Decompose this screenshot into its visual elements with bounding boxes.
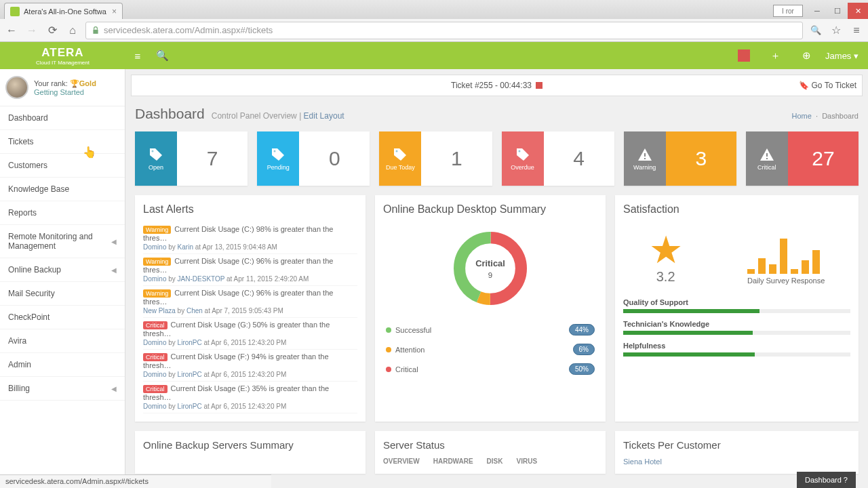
sidebar-item-dashboard[interactable]: Dashboard: [0, 106, 125, 130]
sidebar-item-tickets[interactable]: Tickets: [0, 130, 125, 154]
sidebar-item-mail-security[interactable]: Mail Security: [0, 282, 125, 306]
svg-point-3: [396, 150, 398, 152]
sidebar-item-customers[interactable]: Customers: [0, 154, 125, 178]
severity-badge: Critical: [143, 385, 167, 393]
stat-tile-warning[interactable]: Warning3: [624, 131, 736, 186]
breadcrumb-home[interactable]: Home: [792, 112, 812, 120]
chevron-left-icon: ◀: [111, 266, 117, 274]
user-menu[interactable]: James ▾: [825, 51, 859, 61]
sidebar-item-remote-monitoring-and-management[interactable]: Remote Monitoring and Management◀: [0, 225, 125, 258]
star-icon: ★: [649, 231, 683, 269]
alerts-title: Last Alerts: [143, 203, 357, 216]
breadcrumb: Home · Dashboard: [792, 112, 859, 120]
svg-text:Critical: Critical: [475, 258, 505, 268]
sidebar-item-admin[interactable]: Admin: [0, 353, 125, 377]
browser-tab[interactable]: Atera's All-in-One Softwa ×: [4, 3, 123, 19]
tile-value: 3: [666, 131, 736, 186]
server-tab-virus[interactable]: VIRUS: [517, 458, 538, 465]
percent-pill: 6%: [573, 344, 595, 355]
tile-value: 7: [177, 131, 248, 186]
customer-row[interactable]: Siena Hotel: [623, 458, 850, 466]
sidebar-item-avira[interactable]: Avira: [0, 329, 125, 353]
browser-menu-icon[interactable]: ≡: [849, 23, 864, 38]
sidebar-item-reports[interactable]: Reports: [0, 201, 125, 225]
server-status-panel: Server Status OVERVIEWHARDWAREDISKVIRUS: [375, 431, 606, 474]
sidebar-item-checkpoint[interactable]: CheckPoint: [0, 306, 125, 329]
search-small-icon[interactable]: 🔍: [808, 23, 823, 38]
metric-bar: [623, 331, 850, 335]
tag-icon: Due Today: [379, 131, 421, 186]
severity-badge: Critical: [143, 353, 167, 361]
tile-value: 1: [421, 131, 492, 186]
backup-legend-row: Critical50%: [383, 359, 597, 379]
forward-icon[interactable]: →: [24, 23, 39, 38]
backup-servers-panel: Online Backup Servers Summary: [135, 431, 366, 474]
percent-pill: 44%: [569, 324, 595, 336]
legend-dot: [386, 367, 391, 372]
alert-row[interactable]: Critical Current Disk Usage (F:) 94% is …: [143, 350, 357, 382]
tag-icon: Overdue: [502, 131, 544, 186]
page-subtitle: Control Panel Overview: [212, 111, 297, 121]
browser-status-bar: servicedesk.atera.com/Admin.aspx#/ticket…: [0, 474, 271, 488]
window-minimize-icon[interactable]: ─: [807, 3, 827, 19]
stat-tile-due-today[interactable]: Due Today1: [379, 131, 492, 186]
tag-icon: Open: [135, 131, 177, 186]
window-maximize-icon[interactable]: ☐: [827, 3, 848, 19]
add-icon[interactable]: ＋: [766, 46, 785, 65]
metric-bar: [623, 309, 850, 313]
globe-icon[interactable]: ⊕: [797, 46, 816, 65]
svg-rect-5: [644, 153, 646, 157]
svg-point-4: [518, 150, 520, 152]
stat-tile-open[interactable]: Open7: [135, 131, 248, 186]
logo[interactable]: ATERA Cloud IT Management: [0, 42, 125, 69]
server-tab-disk[interactable]: DISK: [487, 458, 503, 465]
alert-row[interactable]: Warning Current Disk Usage (C:) 96% is g…: [143, 254, 357, 286]
gift-icon[interactable]: [734, 46, 753, 65]
bookmark-icon[interactable]: ☆: [829, 23, 844, 38]
browser-tabs-bar: Atera's All-in-One Softwa × I ror ─ ☐ ✕: [0, 0, 868, 19]
search-icon[interactable]: 🔍: [153, 46, 172, 65]
percent-pill: 50%: [569, 363, 595, 375]
svg-rect-7: [766, 153, 768, 157]
reload-icon[interactable]: ⟳: [45, 23, 60, 38]
server-tab-hardware[interactable]: HARDWARE: [433, 458, 473, 465]
lang-indicator[interactable]: I ror: [773, 5, 803, 17]
tab-close-icon[interactable]: ×: [112, 7, 117, 16]
edit-layout-link[interactable]: Edit Layout: [304, 111, 344, 121]
tab-favicon: [10, 7, 20, 16]
backup-legend-row: Attention6%: [383, 340, 597, 359]
goto-ticket-button[interactable]: 🔖 Go To Ticket: [799, 81, 856, 90]
backup-title: Online Backup Desktop Summary: [383, 203, 597, 216]
stat-tile-critical[interactable]: Critical27: [746, 131, 859, 186]
sidebar-item-online-backup[interactable]: Online Backup◀: [0, 258, 125, 282]
severity-badge: Critical: [143, 321, 167, 329]
svg-rect-0: [93, 29, 98, 33]
back-icon[interactable]: ←: [4, 23, 19, 38]
dashboard-help-button[interactable]: Dashboard ?: [797, 472, 856, 488]
chevron-left-icon: ◀: [111, 385, 117, 392]
page-title: Dashboard: [135, 106, 205, 122]
profile-card[interactable]: Your rank: 🏆Gold Getting Started: [0, 69, 125, 106]
url-host: servicedesk.atera.com: [104, 25, 192, 35]
server-tab-overview[interactable]: OVERVIEW: [383, 458, 420, 465]
stat-tile-pending[interactable]: Pending0: [257, 131, 370, 186]
record-icon: [536, 82, 542, 89]
tab-title: Atera's All-in-One Softwa: [24, 7, 106, 16]
window-close-icon[interactable]: ✕: [848, 3, 868, 19]
home-icon[interactable]: ⌂: [65, 23, 80, 38]
address-bar[interactable]: servicedesk.atera.com/Admin.aspx#/ticket…: [85, 22, 803, 39]
alert-row[interactable]: Critical Current Disk Usage (E:) 35% is …: [143, 382, 357, 413]
metric-label: Helpfulness: [623, 342, 850, 350]
ticket-timer-text: Ticket #255 - 00:44:33: [451, 81, 532, 90]
menu-toggle-icon[interactable]: ≡: [128, 46, 147, 65]
getting-started-link[interactable]: Getting Started: [34, 88, 96, 96]
alert-row[interactable]: Critical Current Disk Usage (G:) 50% is …: [143, 318, 357, 350]
backup-summary-panel: Online Backup Desktop Summary Critical 9…: [375, 195, 606, 422]
legend-dot: [386, 347, 391, 352]
alert-row[interactable]: Warning Current Disk Usage (C:) 96% is g…: [143, 286, 357, 318]
lock-icon: [92, 26, 100, 35]
alert-row[interactable]: Warning Current Disk Usage (C:) 98% is g…: [143, 222, 357, 254]
sidebar-item-billing[interactable]: Billing◀: [0, 377, 125, 401]
sidebar-item-knowledge-base[interactable]: Knowledge Base: [0, 178, 125, 201]
stat-tile-overdue[interactable]: Overdue4: [502, 131, 614, 186]
